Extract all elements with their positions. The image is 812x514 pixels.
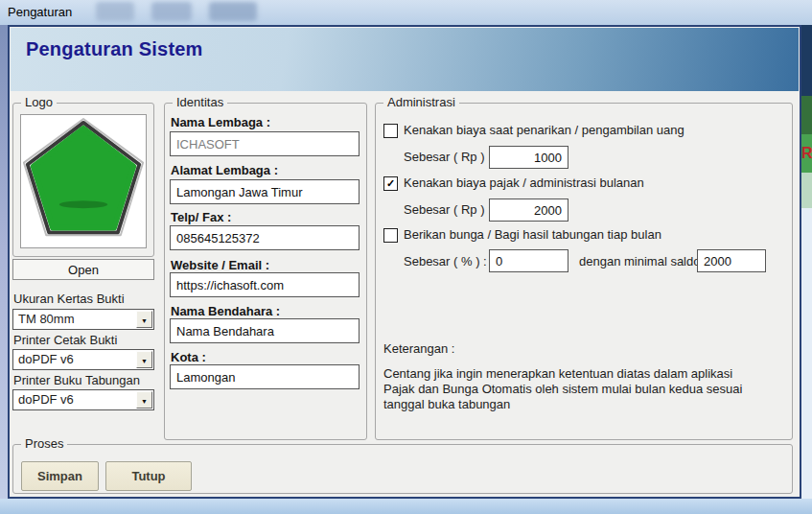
nama-bendahara-label: Nama Bendahara :: [171, 304, 280, 318]
pentagon-logo-image: [21, 115, 146, 247]
background-strip: [801, 173, 812, 208]
identitas-group: Identitas Nama Lembaga : Alamat Lembaga …: [164, 103, 367, 440]
tutup-button[interactable]: Tutup: [105, 461, 192, 491]
background-strip: [801, 96, 812, 134]
alamat-lembaga-field[interactable]: [170, 179, 360, 204]
nama-bendahara-field[interactable]: [170, 318, 360, 343]
background-right-edge: R: [801, 25, 812, 514]
checkbox-biaya-penarikan[interactable]: [383, 124, 398, 138]
logo-preview: [20, 114, 147, 248]
logo-group-label: Logo: [21, 95, 57, 109]
blurred-toolbar-icon: [96, 2, 134, 21]
proses-group: Proses Simpan Tutup: [12, 444, 793, 494]
dropdown-button[interactable]: ▼: [136, 391, 152, 409]
nama-lembaga-label: Nama Lembaga :: [171, 115, 270, 129]
website-email-label: Website / Email :: [171, 258, 269, 272]
kota-label: Kota :: [171, 350, 206, 364]
keterangan-title: Keterangan :: [383, 341, 454, 356]
background-letter: R: [801, 134, 812, 173]
book-printer-select[interactable]: doPDF v6 ▼: [12, 389, 154, 410]
checkbox-biaya-penarikan-label: Kenakan biaya saat penarikan / pengambil…: [404, 123, 684, 137]
checkbox-biaya-pajak-label: Kenakan biaya pajak / administrasi bulan…: [404, 175, 644, 190]
sebesar-rp-label-2: Sebesar ( Rp ) :: [404, 202, 492, 217]
tab-pengaturan[interactable]: Pengaturan: [8, 5, 72, 19]
sebesar-rp-label-1: Sebesar ( Rp ) :: [404, 150, 492, 164]
chevron-down-icon: ▼: [141, 398, 148, 405]
checkbox-bunga[interactable]: [383, 228, 398, 243]
keterangan-line-1: Centang jika ingin menerapkan ketentuan …: [383, 366, 732, 382]
logo-group: Logo: [12, 103, 154, 257]
background-bottom-strip: [0, 499, 812, 514]
nama-lembaga-field[interactable]: [170, 131, 360, 156]
proses-group-label: Proses: [21, 436, 67, 451]
blurred-toolbar-icon: [151, 2, 192, 21]
checkbox-bunga-label: Berikan bunga / Bagi hasil tabungan tiap…: [404, 227, 661, 242]
identitas-group-label: Identitas: [173, 95, 227, 109]
checkbox-biaya-pajak[interactable]: ✓: [383, 176, 398, 191]
screen: Pengaturan R Pengaturan Sistem Logo: [0, 0, 812, 514]
dropdown-button[interactable]: ▼: [136, 351, 152, 368]
simpan-button[interactable]: Simpan: [21, 461, 99, 491]
page-title: Pengaturan Sistem: [26, 38, 203, 60]
minimal-saldo-field[interactable]: [697, 249, 766, 272]
background-strip: [801, 25, 812, 96]
keterangan-line-3: tanggal buka tabungan: [383, 397, 510, 412]
settings-dialog: Pengaturan Sistem Logo Open Ukuran Kerta…: [8, 25, 801, 499]
alamat-lembaga-label: Alamat Lembaga :: [171, 163, 278, 177]
book-printer-label: Printer Buku Tabungan: [13, 373, 140, 387]
background-window-bar: Pengaturan: [0, 0, 812, 25]
receipt-printer-value: doPDF v6: [18, 352, 74, 366]
keterangan-line-2: Pajak dan Bunga Otomatis oleh sistem mul…: [383, 382, 742, 397]
telp-fax-label: Telp/ Fax :: [171, 210, 231, 224]
paper-size-label: Ukuran Kertas Bukti: [13, 292, 125, 306]
chevron-down-icon: ▼: [141, 317, 148, 324]
book-printer-value: doPDF v6: [18, 392, 74, 407]
administrasi-group: Administrasi Kenakan biaya saat penarika…: [375, 103, 793, 440]
kota-field[interactable]: [170, 364, 360, 389]
biaya-pajak-amount-field[interactable]: [489, 199, 568, 222]
receipt-printer-label: Printer Cetak Bukti: [13, 333, 117, 347]
dialog-header: Pengaturan Sistem: [11, 28, 799, 91]
background-left-edge: [0, 25, 8, 514]
paper-size-select[interactable]: TM 80mm ▼: [12, 309, 154, 330]
biaya-penarikan-amount-field[interactable]: [489, 146, 568, 169]
telp-fax-field[interactable]: [170, 225, 360, 250]
receipt-printer-select[interactable]: doPDF v6 ▼: [12, 349, 154, 370]
check-icon: ✓: [384, 177, 397, 190]
minimal-saldo-label: dengan minimal saldo: [579, 254, 700, 269]
sebesar-persen-label: Sebesar ( % ) :: [404, 254, 487, 269]
paper-size-value: TM 80mm: [18, 312, 75, 326]
administrasi-group-label: Administrasi: [383, 95, 459, 109]
dropdown-button[interactable]: ▼: [136, 311, 152, 328]
website-email-field[interactable]: [170, 272, 360, 297]
blurred-toolbar-icon: [209, 2, 257, 21]
open-logo-button[interactable]: Open: [12, 259, 154, 280]
chevron-down-icon: ▼: [141, 358, 148, 364]
background-strip: [801, 208, 812, 514]
bunga-persen-field[interactable]: [489, 249, 568, 272]
